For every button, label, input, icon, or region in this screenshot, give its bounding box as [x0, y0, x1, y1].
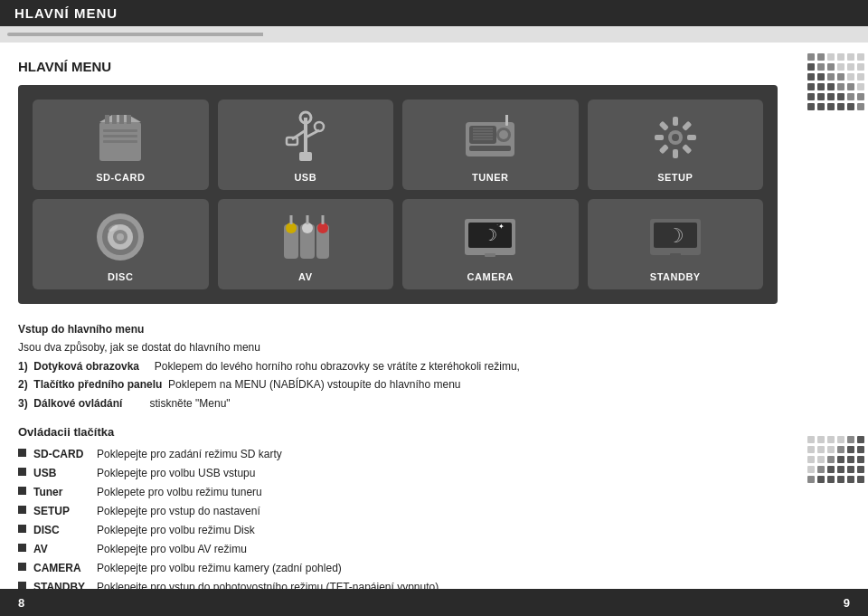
menu-item-standby[interactable]: ☽ STANDBY [588, 199, 764, 289]
dot [807, 63, 815, 71]
tuner-icon-container [464, 109, 516, 166]
dot [837, 446, 844, 453]
bullet-av [18, 544, 26, 552]
section-title: HLAVNÍ MENU [18, 59, 778, 74]
svg-rect-5 [127, 115, 131, 124]
dot [857, 436, 864, 443]
dot [807, 93, 815, 100]
menu-item-av[interactable]: AV [218, 199, 394, 289]
dot [827, 93, 835, 100]
dot [817, 456, 825, 463]
svg-rect-26 [469, 146, 511, 151]
camera-label: CAMERA [467, 271, 514, 282]
control-item-disc: DISC Poklepejte pro volbu režimu Disk [18, 522, 778, 538]
svg-rect-8 [103, 140, 137, 143]
main-content: HLAVNÍ MENU [0, 43, 868, 616]
dot [847, 456, 854, 463]
menu-item-disc[interactable]: DISC [33, 199, 209, 289]
dot [847, 103, 854, 110]
dot [827, 476, 835, 483]
bottom-bar: 8 9 [0, 589, 868, 616]
dot [857, 446, 864, 453]
dot [807, 456, 815, 463]
vstup-item-1: 1) Dotyková obrazovka Poklepem do levého… [18, 357, 778, 375]
control-item-av: AV Poklepejte pro volbu AV režimu [18, 541, 778, 557]
controls-section: Ovládacii tlačítka SD-CARD Poklepejte pr… [18, 425, 778, 595]
svg-rect-25 [505, 115, 508, 126]
dot [827, 466, 835, 473]
dot [817, 73, 825, 81]
control-key-setup: SETUP [33, 503, 97, 519]
av-icon-container [280, 208, 331, 266]
dot [847, 93, 854, 100]
sdcard-icon [98, 113, 143, 163]
tuner-label: TUNER [472, 172, 508, 183]
page-number-right: 9 [826, 596, 868, 610]
dot [807, 83, 815, 90]
control-desc-tuner: Poklepete pro volbu režimu tuneru [97, 484, 778, 500]
menu-item-sdcard[interactable]: SD-CARD [33, 100, 209, 190]
top-header: HLAVNÍ MENU [0, 0, 868, 26]
control-item-camera: CAMERA Poklepejte pro volbu režimu kamer… [18, 560, 778, 576]
dot [827, 63, 835, 71]
svg-rect-29 [673, 117, 678, 126]
progress-bar-inner [7, 33, 861, 36]
menu-item-usb[interactable]: USB [218, 100, 394, 190]
dot [827, 446, 835, 453]
menu-item-tuner[interactable]: TUNER [402, 100, 579, 190]
svg-rect-3 [112, 115, 117, 124]
menu-item-setup[interactable]: SETUP [588, 100, 764, 190]
dot [817, 446, 825, 453]
vstup-title: Vstup do hlavního menu [18, 320, 778, 338]
dot [807, 446, 815, 453]
svg-text:☽: ☽ [666, 224, 684, 247]
vstup-item-3: 3) Dálkové ovládání stiskněte "Menu" [18, 394, 778, 412]
dot [857, 456, 864, 463]
svg-rect-7 [103, 135, 137, 137]
menu-item-camera[interactable]: ☽ ✦ · CAMERA [402, 199, 579, 289]
svg-rect-61 [670, 253, 681, 257]
bullet-camera [18, 563, 26, 571]
dot [827, 83, 835, 90]
dot [837, 83, 844, 90]
control-key-disc: DISC [33, 522, 97, 538]
control-item-sdcard: SD-CARD Poklepejte pro zadání režimu SD … [18, 446, 778, 462]
usb-icon [283, 110, 328, 165]
control-item-setup: SETUP Poklepejte pro vstup do nastavení [18, 503, 778, 519]
left-column: HLAVNÍ MENU [0, 43, 796, 616]
camera-icon-container: ☽ ✦ · [463, 208, 517, 266]
bullet-tuner [18, 487, 26, 495]
sdcard-icon-container [98, 109, 143, 166]
dot [827, 456, 835, 463]
setup-icon-container [651, 109, 700, 166]
dot [837, 53, 844, 61]
control-item-tuner: Tuner Poklepete pro volbu režimu tuneru [18, 484, 778, 500]
control-key-tuner: Tuner [33, 484, 97, 500]
vstup-section: Vstup do hlavního menu Jsou dva způsoby,… [18, 320, 778, 412]
dot [857, 83, 864, 90]
control-key-sdcard: SD-CARD [33, 446, 97, 462]
bullet-setup [18, 506, 26, 514]
dot [837, 103, 844, 110]
svg-rect-30 [682, 121, 692, 131]
page-number-left: 8 [0, 596, 42, 610]
svg-point-41 [117, 233, 124, 241]
control-key-av: AV [33, 541, 97, 557]
camera-icon: ☽ ✦ · [463, 215, 517, 259]
dot [817, 466, 825, 473]
dot [857, 73, 864, 81]
svg-rect-31 [687, 135, 696, 140]
control-key-camera: CAMERA [33, 560, 97, 576]
right-decorative-column [796, 43, 868, 616]
svg-point-14 [315, 122, 324, 131]
dot [847, 446, 854, 453]
svg-rect-32 [682, 144, 692, 154]
svg-rect-6 [103, 129, 137, 132]
dot [817, 63, 825, 71]
dot [827, 73, 835, 81]
dot [857, 53, 864, 61]
control-key-usb: USB [33, 465, 97, 481]
usb-label: USB [294, 172, 316, 183]
disc-icon [95, 212, 146, 262]
dot [837, 63, 844, 71]
